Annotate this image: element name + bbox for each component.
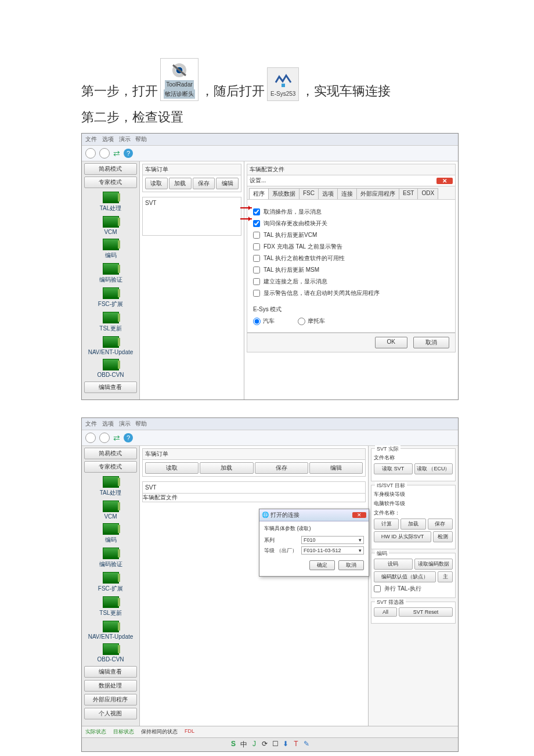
save-button[interactable]: 保存: [193, 178, 215, 189]
chk-ask-save[interactable]: 询问保存更改由模块开关: [253, 219, 449, 228]
read-ecu-button[interactable]: 读取 （ECU）: [414, 463, 453, 474]
ime-tray: S 中 J ⟳ ☐ ⬇ T ✎: [82, 737, 458, 751]
tab-sysdata[interactable]: 系统数据: [268, 188, 300, 199]
chk-tal-vcm[interactable]: TAL 执行后更新VCM: [253, 231, 449, 239]
sidebar-item-fsc[interactable]: FSC-扩展: [82, 287, 139, 308]
dialog-ok-button[interactable]: 确定: [309, 560, 335, 570]
toolradar-icon: ToolRadar 敏活诊断头: [160, 58, 199, 101]
load2-button[interactable]: 加载: [400, 519, 425, 530]
vehicle-config-label: 车辆配置文件: [247, 164, 456, 175]
sidebar-item-tsl[interactable]: TSL更新: [82, 312, 139, 333]
read-svt-button[interactable]: 读取 SVT: [374, 463, 413, 474]
settings-pane: 取消操作后，显示消息 询问保存更改由模块开关 TAL 执行后更新VCM FDX …: [247, 200, 456, 333]
menu-view[interactable]: 演示: [119, 136, 131, 142]
tab-extapp[interactable]: 外部应用程序: [356, 188, 399, 199]
hwid-button[interactable]: HW ID 从实际SVT: [374, 531, 431, 542]
step1-line: 第一步，打开 ToolRadar 敏活诊断头 ，随后打开 E-Sys253 ，实…: [81, 58, 459, 101]
series-select[interactable]: F010▾: [301, 536, 364, 544]
connect-icon-2[interactable]: ⇄: [113, 433, 120, 442]
readcode-button[interactable]: 读取编码数据: [414, 559, 453, 570]
help-icon[interactable]: ?: [124, 149, 133, 158]
toolbar-btn-1[interactable]: [85, 148, 96, 159]
menu-options[interactable]: 选项: [102, 136, 114, 142]
menubar: 文件 选项 演示 帮助: [82, 134, 458, 145]
step2-line: 第二步，检查设置: [81, 107, 459, 127]
radio-car[interactable]: 汽车: [253, 317, 275, 325]
settings-tabs: 程序 系统数据 FSC 选项 连接 外部应用程序 EST ODX: [247, 186, 456, 200]
chk-conn-msg[interactable]: 建立连接之后，显示消息: [253, 278, 449, 286]
sidebar-expert-mode[interactable]: 专家模式: [84, 177, 137, 188]
help-icon-2[interactable]: ?: [124, 433, 133, 442]
svg-rect-2: [282, 84, 285, 87]
level-label: 等级 （出厂）: [264, 547, 299, 555]
step1-prefix: 第一步，打开: [81, 81, 158, 101]
svt-reset-button[interactable]: SVT Reset: [399, 607, 453, 617]
chk-warn-close[interactable]: 显示警告信息，请在启动时关闭其他应用程序: [253, 289, 449, 297]
sidebar-simple-mode[interactable]: 简易模式: [84, 163, 137, 175]
tab-est[interactable]: EST: [399, 188, 418, 199]
right-panel-2: SVT 实际 文件名称 读取 SVT 读取 （ECU） IS/SVT 目标 车身…: [368, 446, 458, 726]
step1-suffix: ，实现车辆连接: [301, 81, 391, 101]
sidebar-item-codeverify[interactable]: 编码验证: [82, 263, 139, 284]
level-select[interactable]: F010-11-03-512▾: [301, 546, 364, 555]
tab-odx[interactable]: ODX: [417, 188, 438, 199]
chk-fdx-warn[interactable]: FDX 充电器 TAL 之前显示警告: [253, 243, 449, 251]
codedef-button[interactable]: 编码默认值（缺点）: [374, 571, 436, 582]
filter-all[interactable]: All: [374, 607, 397, 617]
svt-box: SVT: [142, 197, 241, 236]
tab-fsc[interactable]: FSC: [299, 188, 319, 199]
toolbar: ⇄ ?: [82, 145, 458, 161]
connect-icon[interactable]: ⇄: [113, 149, 120, 158]
toolbar2-btn-2[interactable]: [99, 433, 110, 443]
sidebar-item-obd[interactable]: OBD-CVN: [82, 359, 139, 378]
red-arrow-2: [240, 218, 252, 219]
screenshot-2: 文件 选项 演示 帮助 ⇄ ? 简易模式 专家模式 TAL处理 VCM 编码 编…: [81, 417, 459, 752]
load-button[interactable]: 加载: [169, 178, 192, 189]
menubar-2: 文件 选项 演示 帮助: [82, 418, 458, 430]
menu-file[interactable]: 文件: [85, 136, 97, 142]
sidebar-2: 简易模式 专家模式 TAL处理 VCM 编码 编码验证 FSC-扩展 TSL更新…: [82, 446, 140, 726]
vehicle-order-label: 车辆订单: [142, 164, 241, 175]
chk-tal-msm[interactable]: TAL 执行后更新 MSM: [253, 266, 449, 274]
dialog-close-icon[interactable]: ✕: [352, 512, 366, 518]
mid-panel-2: 车辆订单 读取 加载 保存 编辑 SVT 车辆配置文件 🌐 打开的连接 ✕: [140, 446, 368, 726]
more-button[interactable]: 主: [438, 571, 453, 582]
cancel-button[interactable]: 取消: [413, 337, 449, 348]
edit-button[interactable]: 编辑: [216, 178, 239, 189]
setcode-button[interactable]: 设码: [374, 559, 413, 570]
chk-tal-check[interactable]: TAL 执行之前检查软件的可用性: [253, 254, 449, 262]
screenshot-1: 文件 选项 演示 帮助 ⇄ ? 简易模式 专家模式 TAL处理 VCM 编码 编…: [81, 133, 459, 400]
esys-icon: E-Sys253: [267, 67, 299, 101]
sidebar-item-nav[interactable]: NAV/ENT-Update: [82, 336, 139, 355]
close-icon[interactable]: ✕: [436, 178, 453, 184]
dialog-cancel-button[interactable]: 取消: [338, 560, 364, 570]
sidebar-item-vcm[interactable]: VCM: [82, 216, 139, 235]
red-arrow-1: [240, 207, 252, 208]
check-button[interactable]: 检测: [433, 531, 453, 542]
sidebar: 简易模式 专家模式 TAL处理 VCM 编码 编码验证 FSC-扩展 TSL更新…: [82, 161, 140, 399]
tab-program[interactable]: 程序: [249, 188, 269, 199]
step1-mid: ，随后打开: [201, 81, 265, 101]
calc-button[interactable]: 计算: [374, 519, 399, 530]
radio-moto[interactable]: 摩托车: [298, 317, 325, 325]
right-panel: 车辆配置文件 设置... ✕ 程序 系统数据 FSC 选项 连接 外部应用程序 …: [244, 161, 458, 399]
status-bar: 实际状态 目标状态 保持相同的状态 FDL: [82, 726, 458, 737]
sidebar-item-code[interactable]: 编码: [82, 239, 139, 260]
sidebar-editview[interactable]: 编辑查看: [84, 381, 137, 393]
paratal-checkbox[interactable]: 并行 TAL-执行: [374, 585, 453, 593]
mid-panel: 车辆订单 读取 加载 保存 编辑 SVT: [140, 161, 244, 399]
ok-button[interactable]: OK: [375, 337, 407, 348]
tab-options[interactable]: 选项: [318, 188, 338, 199]
read-button[interactable]: 读取: [145, 178, 168, 189]
toolbar2-btn-1[interactable]: [85, 433, 96, 443]
tab-connect[interactable]: 连接: [337, 188, 357, 199]
chk-cancel-msg[interactable]: 取消操作后，显示消息: [253, 208, 449, 216]
settings-label: 设置...: [250, 177, 434, 185]
save2-button[interactable]: 保存: [428, 519, 453, 530]
dialog-subtitle: 车辆具体参数 (读取): [264, 525, 364, 532]
menu-help[interactable]: 帮助: [135, 136, 147, 142]
connection-dialog: 🌐 打开的连接 ✕ 车辆具体参数 (读取) 系列 F010▾ 等级 （出厂） F…: [259, 509, 369, 577]
series-label: 系列: [264, 537, 299, 544]
sidebar-item-tal[interactable]: TAL处理: [82, 192, 139, 213]
toolbar-btn-2[interactable]: [99, 148, 110, 159]
